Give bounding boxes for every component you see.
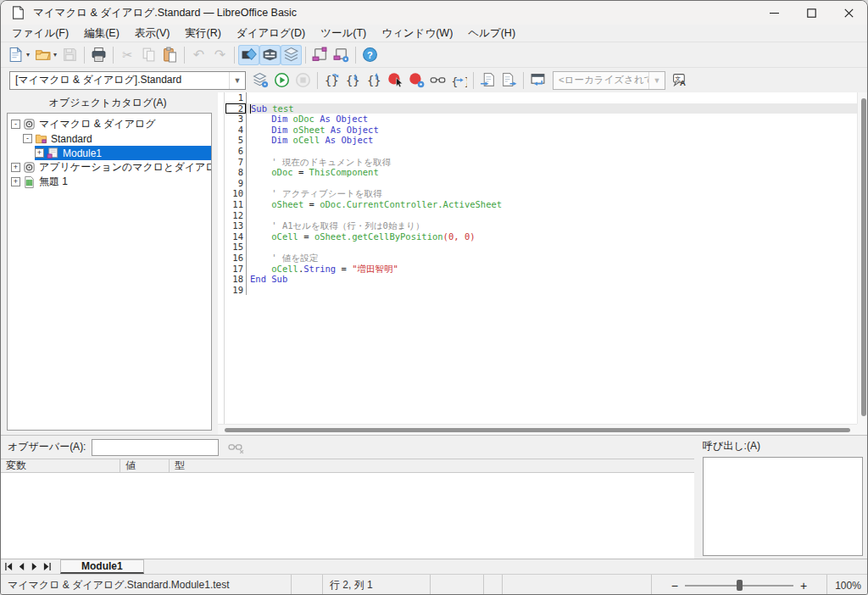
remove-watch-icon bbox=[228, 439, 244, 455]
single-step-button[interactable]: {} bbox=[342, 70, 364, 91]
library-icon bbox=[23, 161, 36, 174]
code-line-7[interactable]: 7 ' 現在のドキュメントを取得 bbox=[218, 157, 857, 168]
maximize-button[interactable] bbox=[793, 1, 830, 25]
watch-column-header[interactable]: 型 bbox=[170, 459, 694, 472]
tree-item-module1[interactable]: +Module1 bbox=[8, 146, 211, 160]
library-combobox-value: [マイマクロ & ダイアログ].Standard bbox=[10, 73, 229, 87]
tree-item--[interactable]: +アプリケーションのマクロとダイアログ bbox=[8, 160, 211, 175]
modules-toggle[interactable] bbox=[281, 45, 302, 65]
chevron-down-icon[interactable]: ▼ bbox=[229, 72, 245, 89]
zoom-out-button[interactable]: − bbox=[671, 580, 678, 592]
vertical-scrollbar[interactable] bbox=[857, 92, 868, 424]
code-line-6[interactable]: 6 bbox=[218, 146, 857, 157]
new-button[interactable] bbox=[5, 45, 26, 65]
code-line-13[interactable]: 13 ' A1セルを取得（行・列は0始まり） bbox=[218, 220, 857, 231]
breakpoint-gutter[interactable] bbox=[218, 92, 225, 424]
code-line-17[interactable]: 17 oCell.String = "増田智明" bbox=[218, 264, 857, 275]
macros-toggle[interactable] bbox=[259, 45, 281, 65]
menu-dialog[interactable]: ダイアログ(D) bbox=[229, 25, 313, 42]
dropdown-arrow-icon[interactable]: ▾ bbox=[26, 51, 30, 58]
library-combobox[interactable]: [マイマクロ & ダイアログ].Standard ▼ bbox=[9, 71, 246, 90]
open-button[interactable] bbox=[32, 45, 53, 65]
watch-column-header[interactable]: 値 bbox=[120, 459, 170, 472]
code-line-18[interactable]: 18End Sub bbox=[218, 274, 857, 285]
call-stack-label: 呼び出し:(A) bbox=[703, 439, 863, 453]
first-module-button[interactable] bbox=[3, 560, 15, 573]
code-line-10[interactable]: 10 ' アクティブシートを取得 bbox=[218, 188, 857, 199]
last-module-button[interactable] bbox=[41, 560, 53, 573]
menu-tools[interactable]: ツール(T) bbox=[313, 25, 374, 42]
code-line-5[interactable]: 5 Dim oCell As Object bbox=[218, 135, 857, 146]
enable-watch-button[interactable] bbox=[427, 70, 448, 91]
menu-edit[interactable]: 編集(E) bbox=[76, 25, 127, 42]
compile-button[interactable] bbox=[250, 70, 271, 91]
collapse-icon[interactable]: - bbox=[23, 134, 32, 143]
tree-item-standard[interactable]: -Standard bbox=[8, 131, 211, 146]
step-into-icon: {} bbox=[345, 72, 361, 88]
procedure-step-button[interactable]: {} bbox=[321, 70, 342, 91]
menu-run[interactable]: 実行(R) bbox=[177, 25, 228, 42]
step-out-button[interactable]: {} bbox=[364, 70, 385, 91]
call-stack-panel: 呼び出し:(A) bbox=[698, 436, 868, 559]
bottom-area: オブザーバー(A): 変数値型 呼び出し:(A) bbox=[1, 435, 868, 559]
export-dialog-button[interactable] bbox=[498, 70, 520, 91]
breakpoint-toggle[interactable] bbox=[385, 70, 406, 91]
watch-input[interactable] bbox=[92, 439, 219, 456]
code-line-15[interactable]: 15 bbox=[218, 242, 857, 253]
collapse-icon[interactable]: - bbox=[11, 120, 20, 129]
vertical-scrollbar-thumb[interactable] bbox=[861, 98, 866, 416]
menu-window[interactable]: ウィンドウ(W) bbox=[374, 25, 460, 42]
new-dialog-button[interactable] bbox=[309, 45, 331, 65]
watch-column-header[interactable]: 変数 bbox=[1, 459, 120, 472]
find-parentheses-button[interactable]: { } bbox=[448, 70, 470, 91]
object-catalog-tree[interactable]: -マイマクロ & ダイアログ-Standard+Module1+アプリケーション… bbox=[7, 113, 212, 431]
zoom-slider[interactable] bbox=[685, 580, 793, 591]
minimize-button[interactable] bbox=[755, 1, 793, 25]
tree-item--1[interactable]: +無題 1 bbox=[8, 175, 211, 189]
horizontal-scrollbar-thumb[interactable] bbox=[225, 428, 850, 432]
code-surface[interactable]: 12Sub test3 Dim oDoc As Object4 Dim oShe… bbox=[218, 92, 857, 424]
code-line-9[interactable]: 9 bbox=[218, 178, 857, 189]
zoom-in-button[interactable]: + bbox=[800, 580, 807, 592]
code-line-11[interactable]: 11 oSheet = oDoc.CurrentController.Activ… bbox=[218, 199, 857, 210]
dialog-properties-button[interactable] bbox=[331, 45, 352, 65]
print-button[interactable] bbox=[88, 45, 109, 65]
manage-breakpoints-button[interactable] bbox=[406, 70, 427, 91]
code-line-8[interactable]: 8 oDoc = ThisComponent bbox=[218, 167, 857, 178]
dropdown-arrow-icon[interactable]: ▾ bbox=[53, 51, 57, 58]
manage-language-button[interactable]: 文A bbox=[670, 70, 691, 91]
menu-view[interactable]: 表示(V) bbox=[127, 25, 178, 42]
expand-icon[interactable]: + bbox=[35, 148, 44, 158]
code-line-3[interactable]: 3 Dim oDoc As Object bbox=[218, 114, 857, 125]
code-line-4[interactable]: 4 Dim oSheet As Object bbox=[218, 125, 857, 136]
code-line-1[interactable]: 1 bbox=[218, 92, 857, 103]
redo-button: ↷ bbox=[209, 45, 231, 65]
help-button[interactable]: ? bbox=[359, 45, 381, 65]
menu-file[interactable]: ファイル(F) bbox=[4, 25, 76, 42]
code-line-2[interactable]: 2Sub test bbox=[218, 103, 857, 114]
object-catalog-toggle[interactable] bbox=[238, 45, 259, 65]
menu-help[interactable]: ヘルプ(H) bbox=[460, 25, 523, 42]
tree-item--[interactable]: -マイマクロ & ダイアログ bbox=[8, 117, 211, 131]
expand-icon[interactable]: + bbox=[11, 163, 20, 172]
code-line-14[interactable]: 14 oCell = oSheet.getCellByPosition(0, 0… bbox=[218, 231, 857, 242]
run-button[interactable] bbox=[271, 70, 292, 91]
expand-icon[interactable]: + bbox=[11, 177, 20, 186]
zoom-slider-thumb[interactable] bbox=[737, 580, 743, 591]
close-button[interactable] bbox=[830, 1, 867, 25]
watch-table-body[interactable] bbox=[1, 473, 694, 559]
stop-button bbox=[292, 70, 314, 91]
code-line-12[interactable]: 12 bbox=[218, 210, 857, 221]
next-module-button[interactable] bbox=[28, 560, 41, 573]
code-line-19[interactable]: 19 bbox=[218, 285, 857, 296]
line-number: 16 bbox=[225, 253, 247, 264]
import-dialog-button[interactable] bbox=[477, 70, 498, 91]
tab-module1[interactable]: Module1 bbox=[60, 559, 144, 574]
show-source-button[interactable] bbox=[527, 70, 548, 91]
horizontal-scrollbar[interactable] bbox=[218, 424, 857, 435]
previous-module-button[interactable] bbox=[15, 560, 28, 573]
code-line-16[interactable]: 16 ' 値を設定 bbox=[218, 253, 857, 264]
paste-button[interactable] bbox=[159, 45, 181, 65]
code-editor[interactable]: 12Sub test3 Dim oDoc As Object4 Dim oShe… bbox=[218, 92, 868, 435]
call-stack-list[interactable] bbox=[703, 457, 863, 556]
